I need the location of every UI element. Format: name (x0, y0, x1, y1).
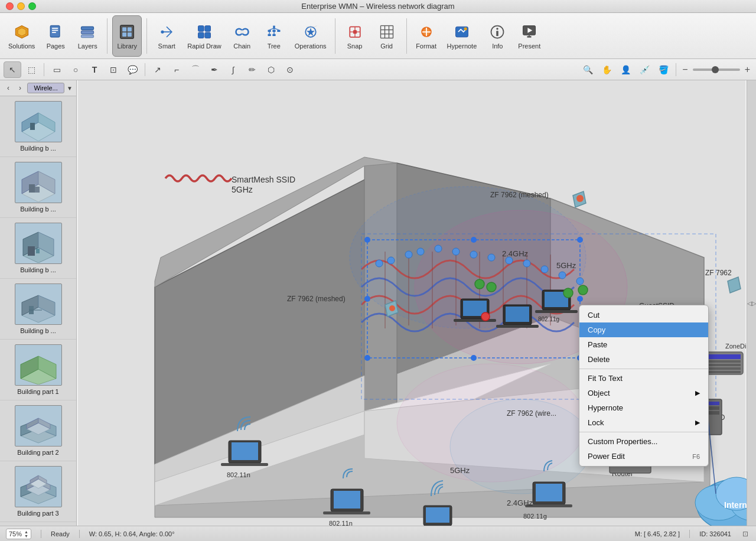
status-dimensions: W: 0.65, H: 0.64, Angle: 0.00° (89, 530, 175, 537)
resize-handle[interactable]: ⊡ (741, 529, 750, 539)
tool-rect[interactable]: ▭ (48, 61, 66, 78)
tool-paint[interactable]: 🪣 (654, 61, 672, 78)
sidebar-nav-dropdown[interactable]: ▼ (67, 85, 73, 92)
ctx-delete[interactable]: Delete (579, 352, 708, 367)
svg-point-207 (506, 257, 513, 264)
toolbar-hypernote[interactable]: Hypernote (444, 15, 481, 57)
zoom-stepper[interactable]: ▲ ▼ (24, 530, 28, 538)
main-content: ‹ › Wirele... ▼ Building b ... (0, 80, 756, 526)
grid-icon (377, 22, 396, 41)
zoom-slider-thumb[interactable] (712, 66, 719, 73)
toolbar-pages[interactable]: Pages (41, 15, 70, 57)
close-button[interactable] (6, 2, 14, 10)
tool-text[interactable]: T (86, 61, 103, 78)
ctx-hypernote[interactable]: Hypernote (579, 400, 708, 415)
zoom-out-btn[interactable]: − (680, 63, 690, 76)
toolbar-grid[interactable]: Grid (372, 15, 402, 57)
building-b1-img (15, 101, 62, 142)
sidebar-item-building-part2[interactable]: Building part 2 (0, 400, 76, 461)
ctx-copy[interactable]: Copy (579, 322, 708, 337)
svg-text:5GHz: 5GHz (556, 261, 576, 270)
tool-textbox[interactable]: ⊡ (105, 61, 122, 78)
svg-rect-72 (36, 249, 40, 253)
sidebar-item-building-b2[interactable]: Building b ... (0, 157, 76, 218)
tool-callout[interactable]: 💬 (123, 61, 141, 78)
sidebar-item-building-part3[interactable]: Building part 3 (0, 461, 76, 522)
tool-select[interactable]: ↖ (4, 61, 21, 78)
svg-rect-23 (268, 30, 271, 32)
sidebar-item-building-b4[interactable]: Building b ... (0, 279, 76, 340)
building-part1-label: Building part 1 (17, 388, 58, 395)
zoom-slider[interactable] (693, 69, 740, 71)
tool-bezier[interactable]: ∫ (224, 61, 242, 78)
svg-point-199 (376, 260, 383, 267)
toolbar-tree[interactable]: Tree (259, 15, 289, 57)
minimize-button[interactable] (17, 2, 25, 10)
ctx-cut[interactable]: Cut (579, 308, 708, 322)
tool-stamp[interactable]: ⊙ (281, 61, 299, 78)
svg-point-212 (481, 312, 490, 321)
status-ready: Ready (51, 530, 70, 537)
ctx-copy-label: Copy (588, 325, 605, 334)
ctx-power-edit[interactable]: Power Edit F6 (579, 449, 708, 464)
sidebar-item-building-part1[interactable]: Building part 1 (0, 340, 76, 400)
tool-freehand[interactable]: ✏ (243, 61, 261, 78)
tool-ortho[interactable]: ⌐ (168, 61, 185, 78)
zoom-value: 75% (9, 530, 22, 537)
sidebar-nav-prev[interactable]: ‹ (4, 83, 13, 93)
status-sep-2 (79, 530, 80, 538)
svg-rect-2 (51, 25, 60, 37)
ctx-custom-props[interactable]: Custom Properties... (579, 434, 708, 449)
toolbar-rapid[interactable]: Rapid Draw (184, 15, 224, 57)
ctx-fit-to-text[interactable]: Fit To Text (579, 371, 708, 386)
tool-poly[interactable]: ⬡ (262, 61, 280, 78)
ctx-lock-label: Lock (588, 418, 604, 427)
sidebar-item-building-b1[interactable]: Building b ... (0, 96, 76, 157)
draw-sep-1 (44, 63, 44, 76)
toolbar-operations[interactable]: Operations (291, 15, 330, 57)
toolbar-info[interactable]: Info (483, 15, 512, 57)
hypernote-icon (452, 22, 471, 41)
maximize-button[interactable] (28, 2, 36, 10)
ctx-cut-label: Cut (588, 311, 599, 320)
toolbar-present[interactable]: Present (514, 15, 544, 57)
tool-eyedrop[interactable]: 💉 (636, 61, 653, 78)
tool-person[interactable]: 👤 (617, 61, 634, 78)
svg-rect-172 (705, 354, 741, 359)
toolbar-solutions[interactable]: Solutions (5, 15, 38, 57)
zoom-in-btn[interactable]: + (742, 63, 752, 76)
toolbar-format[interactable]: Format (412, 15, 441, 57)
toolbar-library[interactable]: Library (112, 15, 142, 57)
tool-pan[interactable]: ✋ (598, 61, 615, 78)
svg-rect-13 (128, 32, 132, 36)
right-panel-toggle[interactable]: ◁▷ (747, 80, 756, 526)
tool-pen[interactable]: ✒ (206, 61, 223, 78)
tree-label: Tree (268, 43, 281, 50)
ctx-object[interactable]: Object ▶ (579, 386, 708, 400)
svg-point-200 (387, 257, 395, 264)
sidebar-item-building-b3[interactable]: Building b ... (0, 218, 76, 279)
sidebar-nav-next[interactable]: › (15, 83, 25, 93)
canvas-area[interactable]: SmartMesh SSID 5GHz ZF 7962 (meshed) ZF … (77, 80, 747, 526)
zoom-control[interactable]: 75% ▲ ▼ (6, 529, 31, 539)
toolbar-layers[interactable]: Layers (73, 15, 102, 57)
svg-rect-8 (82, 35, 94, 37)
ctx-paste[interactable]: Paste (579, 337, 708, 352)
svg-point-206 (488, 254, 495, 261)
divider-3 (335, 18, 335, 54)
smart-label: Smart (158, 43, 175, 50)
toolbar-chain[interactable]: Chain (227, 15, 257, 57)
building-part1-img (15, 344, 62, 386)
tool-search[interactable]: 🔍 (579, 61, 597, 78)
toolbar-smart[interactable]: Smart (152, 15, 181, 57)
tool-arc[interactable]: ⌒ (187, 61, 204, 78)
tool-line[interactable]: ↗ (149, 61, 167, 78)
tool-marquee[interactable]: ⬚ (22, 61, 40, 78)
svg-text:802.11g: 802.11g (523, 513, 547, 520)
svg-text:ZF 7962: ZF 7962 (705, 269, 732, 277)
toolbar-snap[interactable]: Snap (340, 15, 370, 57)
tool-ellipse[interactable]: ○ (67, 61, 84, 78)
ctx-lock[interactable]: Lock ▶ (579, 415, 708, 430)
svg-text:5GHz: 5GHz (450, 466, 470, 475)
building-part2-img (15, 405, 62, 447)
